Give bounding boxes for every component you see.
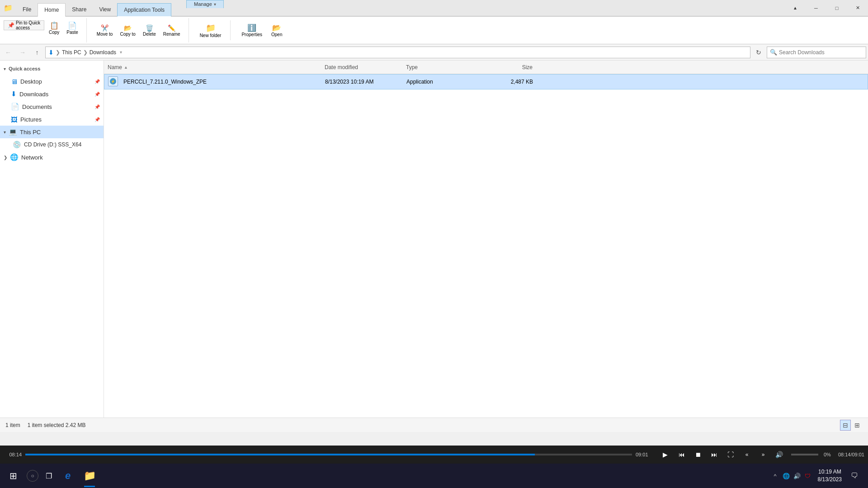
manage-context-label: Manage ▾ — [186, 0, 224, 8]
rewind-icon: « — [745, 451, 749, 458]
start-button[interactable]: ⊞ — [2, 464, 24, 488]
notification-button[interactable]: 🗨 — [846, 464, 863, 488]
copy-button[interactable]: 📋 Copy — [46, 20, 62, 40]
file-size: 2,487 KB — [479, 79, 533, 85]
clock-date: 8/13/2023 — [818, 476, 842, 483]
rename-button[interactable]: ✏️ Rename — [160, 23, 183, 38]
volume-level: 0% — [824, 452, 831, 457]
clock[interactable]: 10:19 AM 8/13/2023 — [813, 468, 846, 483]
media-bar: 08:14 09:01 ▶ ⏮ ⏹ ⏭ ⛶ « » 🔊 0% 08:14/09:… — [0, 446, 868, 464]
ribbon-group-open: ℹ️ Properties 📂 Open — [238, 20, 286, 40]
task-view-button[interactable]: ❐ — [41, 464, 57, 488]
taskbar-app-ie[interactable]: e — [57, 464, 79, 488]
ribbon-area: Manage ▾ File Home Share View Applicatio… — [14, 0, 781, 16]
media-rewind-button[interactable]: « — [741, 448, 753, 461]
ribbon-tab-view[interactable]: View — [93, 3, 117, 16]
sidebar-item-desktop[interactable]: 🖥 Desktop 📌 — [0, 75, 104, 88]
back-button[interactable]: ← — [2, 46, 14, 59]
task-view-icon: ❐ — [46, 472, 52, 480]
address-bar[interactable]: ⬇ ❯ This PC ❯ Downloads ▾ — [45, 47, 750, 58]
tray-chevron[interactable]: ^ — [770, 468, 781, 484]
stop-icon: ⏹ — [695, 451, 701, 458]
column-type[interactable]: Type — [406, 64, 478, 70]
pin-to-quick-access-button[interactable]: 📌 Pin to Quickaccess — [4, 20, 44, 30]
ribbon-group-new: 📁 New folder — [196, 20, 231, 40]
new-folder-button[interactable]: 📁 New folder — [196, 20, 225, 40]
sidebar-item-network[interactable]: ❯ 🌐 Network — [0, 151, 104, 164]
column-name[interactable]: Name ▲ — [108, 64, 325, 70]
copy-to-button[interactable]: 📂 Copy to — [117, 23, 138, 38]
sidebar-item-quick-access-header[interactable]: ▾ Quick access — [0, 62, 104, 75]
paste-button[interactable]: 📄 Paste — [64, 20, 81, 40]
collapse-ribbon-button[interactable]: ▲ — [785, 0, 806, 16]
move-to-button[interactable]: ✂️ Move to — [94, 23, 116, 38]
network-icon: 🌐 — [10, 153, 19, 161]
notification-icon: 🗨 — [851, 472, 858, 480]
media-next-button[interactable]: ⏭ — [708, 448, 721, 461]
media-fullscreen-button[interactable]: ⛶ — [724, 448, 737, 461]
ribbon-content: 📌 Pin to Quickaccess 📋 Copy 📄 Paste ✂️ M… — [0, 16, 868, 44]
pin-icon: 📌 — [94, 92, 100, 97]
media-time-display: 08:14/09:01 — [838, 452, 864, 457]
search-input[interactable] — [779, 49, 863, 56]
sidebar-item-this-pc[interactable]: ▾ 💻 This PC — [0, 126, 104, 138]
up-button[interactable]: ↑ — [31, 46, 43, 59]
breadcrumb-downloads[interactable]: Downloads — [90, 49, 116, 56]
ribbon-tab-application-tools[interactable]: Application Tools — [117, 3, 171, 17]
media-progress-fill — [25, 454, 535, 455]
ribbon-tab-home[interactable]: Home — [38, 3, 66, 17]
taskbar-search-button[interactable]: ○ — [24, 464, 41, 488]
media-prev-button[interactable]: ⏮ — [675, 448, 688, 461]
delete-button[interactable]: 🗑️ Delete — [140, 23, 159, 38]
cd-drive-icon: 💿 — [13, 141, 21, 149]
large-icons-icon: ⊞ — [854, 422, 860, 429]
taskbar-app-explorer[interactable]: 📁 — [79, 464, 100, 488]
details-view-button[interactable]: ⊟ — [840, 420, 851, 431]
tray-volume-icon[interactable]: 🔊 — [792, 468, 802, 484]
search-box[interactable]: 🔍 — [767, 47, 866, 58]
item-count: 1 item — [5, 422, 20, 428]
ribbon-tab-file[interactable]: File — [16, 3, 38, 16]
minimize-button[interactable]: ─ — [806, 0, 826, 16]
media-volume-button[interactable]: 🔊 — [773, 448, 786, 461]
sidebar-item-downloads[interactable]: ⬇ Downloads 📌 — [0, 88, 104, 100]
close-button[interactable]: ✕ — [847, 0, 868, 16]
breadcrumb-this-pc[interactable]: This PC — [62, 49, 81, 56]
column-size[interactable]: Size — [478, 64, 533, 70]
tray-security-icon[interactable]: 🛡 — [802, 468, 813, 484]
media-stop-button[interactable]: ⏹ — [692, 448, 704, 461]
properties-button[interactable]: ℹ️ Properties — [238, 20, 266, 40]
maximize-button[interactable]: □ — [826, 0, 847, 16]
main-layout: ▾ Quick access 🖥 Desktop 📌 ⬇ Downloads 📌… — [0, 61, 868, 418]
selected-info: 1 item selected 2.42 MB — [28, 422, 86, 428]
refresh-button[interactable]: ↻ — [752, 46, 765, 59]
prev-track-icon: ⏮ — [679, 451, 685, 458]
volume-slider[interactable] — [791, 454, 818, 455]
address-icon: ⬇ — [48, 49, 54, 56]
tray-network-icon[interactable]: 🌐 — [781, 468, 792, 484]
pin-icon: 📌 — [94, 79, 100, 84]
table-row[interactable]: ⚡ PERCCLI_7.211.0_Windows_ZPE 8/13/2023 … — [104, 74, 868, 89]
sort-up-icon: ▲ — [124, 65, 128, 70]
large-icons-view-button[interactable]: ⊞ — [852, 420, 863, 431]
chevron-down-icon: ▾ — [4, 130, 6, 135]
media-play-button[interactable]: ▶ — [659, 448, 672, 461]
column-date-modified[interactable]: Date modified — [325, 64, 406, 70]
clock-time: 10:19 AM — [818, 468, 842, 476]
this-pc-icon: 💻 — [9, 128, 17, 136]
media-fast-forward-button[interactable]: » — [757, 448, 769, 461]
forward-button[interactable]: → — [16, 46, 29, 59]
open-button[interactable]: 📂 Open — [268, 20, 286, 40]
sidebar-section-this-pc: ▾ 💻 This PC 💿 CD Drive (D:) SSS_X64 — [0, 126, 104, 151]
security-tray-icon: 🛡 — [805, 473, 811, 479]
sidebar: ▾ Quick access 🖥 Desktop 📌 ⬇ Downloads 📌… — [0, 61, 104, 418]
ribbon-tab-share[interactable]: Share — [66, 3, 93, 16]
sidebar-item-pictures[interactable]: 🖼 Pictures 📌 — [0, 113, 104, 126]
start-icon: ⊞ — [9, 470, 17, 481]
explorer-icon: 📁 — [84, 470, 96, 482]
sidebar-item-cd-drive[interactable]: 💿 CD Drive (D:) SSS_X64 — [0, 138, 104, 151]
media-progress-bar[interactable] — [25, 454, 632, 455]
sidebar-item-documents[interactable]: 📄 Documents 📌 — [0, 100, 104, 113]
pictures-icon: 🖼 — [11, 116, 18, 123]
title-bar: 📁 Manage ▾ File Home Share View Applicat… — [0, 0, 868, 16]
